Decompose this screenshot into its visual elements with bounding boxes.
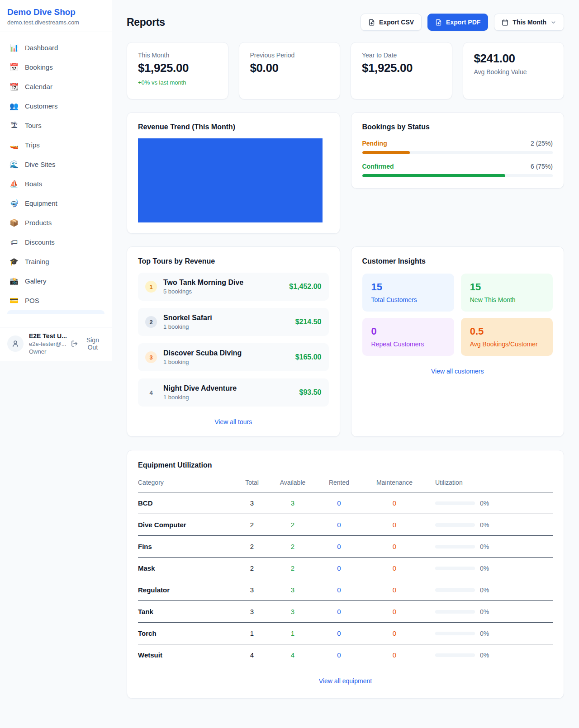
dashboard-icon: 📊 <box>9 43 19 52</box>
sidebar-item-label: POS <box>25 297 39 304</box>
equipment-utilization-title: Equipment Utilization <box>138 461 553 469</box>
equipment-utilization-card: Equipment Utilization Category Total Ava… <box>127 450 564 699</box>
cell-rented: 0 <box>315 492 363 514</box>
tile-value: 0 <box>371 326 445 337</box>
sidebar-item-label: Training <box>25 258 49 265</box>
utilization-bar-track <box>435 610 475 614</box>
cell-rented: 0 <box>315 644 363 666</box>
header-actions: Export CSV Export PDF This Month <box>361 14 564 31</box>
sidebar-user-section: E2E Test U... e2e-tester@... Owner Sign … <box>0 327 112 361</box>
sidebar-item-label: Tours <box>25 122 42 129</box>
stat-label: Avg Booking Value <box>474 68 553 76</box>
tile-value: 15 <box>371 281 445 293</box>
sidebar-item-label: Calendar <box>25 83 52 90</box>
sidebar-item-equipment[interactable]: 🤿 Equipment <box>4 194 108 213</box>
cell-total: 3 <box>234 601 270 623</box>
sidebar-item-calendar[interactable]: 📆 Calendar <box>4 77 108 96</box>
sidebar-nav: 📊 Dashboard 📅 Bookings 📆 Calendar 👥 Cust… <box>0 32 112 314</box>
sidebar-item-dive-sites[interactable]: 🌊 Dive Sites <box>4 155 108 174</box>
cell-maintenance: 0 <box>363 536 426 558</box>
cell-rented: 0 <box>315 601 363 623</box>
sidebar-item-customers[interactable]: 👥 Customers <box>4 96 108 116</box>
cell-utilization: 0% <box>426 579 553 601</box>
user-name: E2E Test U... <box>29 332 66 340</box>
cell-available: 4 <box>270 644 315 666</box>
column-header-total: Total <box>234 475 270 492</box>
sidebar-item-gallery[interactable]: 📸 Gallery <box>4 271 108 291</box>
utilization-percent: 0% <box>480 565 489 572</box>
view-all-customers-link[interactable]: View all customers <box>362 368 553 375</box>
user-role: Owner <box>29 348 66 355</box>
sidebar-item-bookings[interactable]: 📅 Bookings <box>4 57 108 77</box>
tile-value: 15 <box>470 281 544 293</box>
table-row: Mask 2 2 0 0 0% <box>138 558 553 579</box>
status-row-confirmed: Confirmed 6 (75%) <box>362 163 553 177</box>
equipment-table: Category Total Available Rented Maintena… <box>138 475 553 666</box>
discounts-icon: 🏷 <box>9 238 19 246</box>
export-pdf-label: Export PDF <box>446 19 480 26</box>
utilization-percent: 0% <box>480 543 489 550</box>
cell-utilization: 0% <box>426 623 553 644</box>
utilization-percent: 0% <box>480 608 489 615</box>
cell-rented: 0 <box>315 623 363 644</box>
cell-maintenance: 0 <box>363 601 426 623</box>
view-all-tours-link[interactable]: View all tours <box>138 418 329 425</box>
cell-utilization: 0% <box>426 536 553 558</box>
bookings-by-status-card: Bookings by Status Pending 2 (25%) Confi… <box>351 112 565 189</box>
shop-name: Demo Dive Shop <box>7 7 104 17</box>
cell-total: 1 <box>234 623 270 644</box>
sidebar-item-label: Products <box>25 219 52 227</box>
sidebar-item-label: Equipment <box>25 199 57 207</box>
stat-card-avg-booking-value: $241.00 Avg Booking Value <box>463 42 565 99</box>
export-pdf-button[interactable]: Export PDF <box>427 14 488 31</box>
stat-value: $1,925.00 <box>362 61 441 75</box>
cell-maintenance: 0 <box>363 492 426 514</box>
status-count: 6 (75%) <box>531 163 553 170</box>
shop-domain: demo.test.divestreams.com <box>7 19 104 26</box>
sidebar-item-reports-partial[interactable] <box>7 310 104 314</box>
cell-total: 3 <box>234 579 270 601</box>
tile-label: Total Customers <box>371 296 445 303</box>
export-csv-button[interactable]: Export CSV <box>361 14 422 31</box>
chevron-down-icon <box>551 19 556 25</box>
stat-value: $241.00 <box>474 52 553 66</box>
period-dropdown[interactable]: This Month <box>494 14 564 31</box>
status-label: Pending <box>362 140 387 147</box>
sidebar-item-boats[interactable]: ⛵ Boats <box>4 174 108 194</box>
tile-repeat-customers: 0 Repeat Customers <box>362 318 454 356</box>
sidebar-item-discounts[interactable]: 🏷 Discounts <box>4 232 108 252</box>
column-header-rented: Rented <box>315 475 363 492</box>
sidebar-item-label: Bookings <box>25 63 53 71</box>
sidebar-item-training[interactable]: 🎓 Training <box>4 252 108 271</box>
sidebar-item-dashboard[interactable]: 📊 Dashboard <box>4 38 108 57</box>
stat-label: This Month <box>138 52 217 59</box>
table-row: Fins 2 2 0 0 0% <box>138 536 553 558</box>
sidebar-item-products[interactable]: 📦 Products <box>4 213 108 232</box>
utilization-bar-track <box>435 545 475 548</box>
sign-out-button[interactable]: Sign Out <box>71 336 104 351</box>
cell-available: 3 <box>270 492 315 514</box>
customer-insights-card: Customer Insights 15 Total Customers 15 … <box>351 246 565 437</box>
customers-icon: 👥 <box>9 102 19 110</box>
sidebar-item-label: Discounts <box>25 238 55 246</box>
tile-label: Avg Bookings/Customer <box>470 340 544 348</box>
sidebar-item-trips[interactable]: 🚤 Trips <box>4 135 108 155</box>
stat-delta: +0% vs last month <box>138 79 217 86</box>
training-icon: 🎓 <box>9 257 19 266</box>
tour-name: Two Tank Morning Dive <box>163 279 243 287</box>
tile-value: 0.5 <box>470 326 544 337</box>
view-all-equipment-link[interactable]: View all equipment <box>138 677 553 685</box>
stat-label: Year to Date <box>362 52 441 59</box>
cell-maintenance: 0 <box>363 579 426 601</box>
sign-out-label: Sign Out <box>81 336 104 351</box>
cell-total: 2 <box>234 558 270 579</box>
sidebar-item-pos[interactable]: 💳 POS <box>4 291 108 310</box>
charts-row: Revenue Trend (This Month) Bookings by S… <box>127 112 564 234</box>
sidebar-item-tours[interactable]: 🏝 Tours <box>4 116 108 135</box>
tour-name: Discover Scuba Diving <box>163 349 242 357</box>
cell-available: 2 <box>270 514 315 536</box>
column-header-available: Available <box>270 475 315 492</box>
status-count: 2 (25%) <box>531 140 553 147</box>
stat-value: $1,925.00 <box>138 61 217 75</box>
tour-row: 1 Two Tank Morning Dive 5 bookings $1,45… <box>138 273 329 301</box>
